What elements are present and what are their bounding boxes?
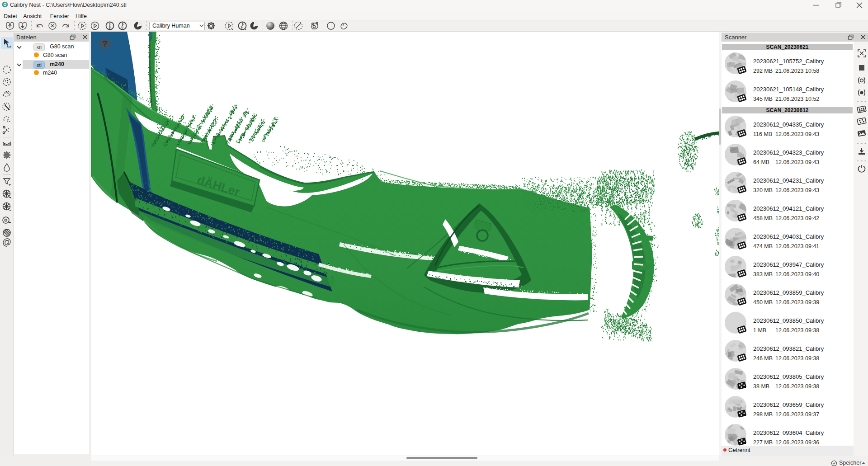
- svg-text:12.06.2023 09:43: 12.06.2023 09:43: [775, 159, 819, 165]
- svg-text:20230612_093805_Calibry: 20230612_093805_Calibry: [753, 373, 824, 380]
- svg-text:20230612_094121_Calibry: 20230612_094121_Calibry: [753, 205, 824, 212]
- svg-text:12.06.2023 09:43: 12.06.2023 09:43: [775, 131, 819, 137]
- svg-text:20230621_105752_Calibry: 20230621_105752_Calibry: [753, 58, 824, 65]
- svg-text:20230612_094031_Calibry: 20230612_094031_Calibry: [753, 233, 824, 240]
- svg-text:450 MB: 450 MB: [753, 299, 773, 306]
- svg-text:1 MB: 1 MB: [753, 327, 766, 334]
- svg-text:12.06.2023 09:38: 12.06.2023 09:38: [775, 383, 819, 390]
- svg-text:320 MB: 320 MB: [753, 187, 773, 193]
- svg-text:20230612_093659_Calibry: 20230612_093659_Calibry: [753, 401, 824, 408]
- svg-text:298 MB: 298 MB: [753, 411, 773, 418]
- svg-text:458 MB: 458 MB: [753, 215, 773, 221]
- svg-text:20230612_093604_Calibry: 20230612_093604_Calibry: [753, 429, 824, 436]
- svg-text:64 MB: 64 MB: [753, 159, 769, 165]
- svg-text:12.06.2023 09:37: 12.06.2023 09:37: [775, 411, 819, 418]
- svg-text:292 MB: 292 MB: [753, 68, 773, 74]
- svg-text:246 MB: 246 MB: [753, 355, 773, 362]
- svg-text:12.06.2023 09:41: 12.06.2023 09:41: [775, 243, 819, 249]
- svg-text:20230612_093821_Calibry: 20230612_093821_Calibry: [753, 345, 824, 352]
- svg-text:12.06.2023 09:39: 12.06.2023 09:39: [775, 299, 819, 306]
- svg-text:12.06.2023 09:42: 12.06.2023 09:42: [775, 215, 819, 221]
- svg-text:383 MB: 383 MB: [753, 271, 773, 278]
- svg-text:20230612_094323_Calibry: 20230612_094323_Calibry: [753, 149, 824, 156]
- svg-text:227 MB: 227 MB: [753, 439, 773, 446]
- svg-text:345 MB: 345 MB: [753, 96, 773, 102]
- svg-text:38 MB: 38 MB: [753, 383, 769, 390]
- svg-text:21.06.2023 10:52: 21.06.2023 10:52: [775, 96, 819, 102]
- svg-text:20230612_094335_Calibry: 20230612_094335_Calibry: [753, 121, 824, 128]
- svg-text:12.06.2023 09:38: 12.06.2023 09:38: [775, 327, 819, 334]
- svg-text:474 MB: 474 MB: [753, 243, 773, 249]
- svg-text:20230621_105148_Calibry: 20230621_105148_Calibry: [753, 86, 824, 93]
- svg-text:20230612_093859_Calibry: 20230612_093859_Calibry: [753, 289, 824, 296]
- svg-text:12.06.2023 09:36: 12.06.2023 09:36: [775, 439, 819, 446]
- svg-text:116 MB: 116 MB: [753, 131, 772, 137]
- svg-text:20230612_094231_Calibry: 20230612_094231_Calibry: [753, 177, 824, 184]
- svg-text:20230612_093947_Calibry: 20230612_093947_Calibry: [753, 261, 824, 268]
- svg-text:?: ?: [102, 39, 108, 48]
- svg-text:12.06.2023 09:38: 12.06.2023 09:38: [775, 355, 819, 362]
- svg-text:21.06.2023 10:58: 21.06.2023 10:58: [775, 68, 819, 74]
- svg-text:12.06.2023 09:40: 12.06.2023 09:40: [775, 271, 819, 278]
- svg-text:12.06.2023 09:43: 12.06.2023 09:43: [775, 187, 819, 193]
- svg-text:20230612_093850_Calibry: 20230612_093850_Calibry: [753, 317, 824, 324]
